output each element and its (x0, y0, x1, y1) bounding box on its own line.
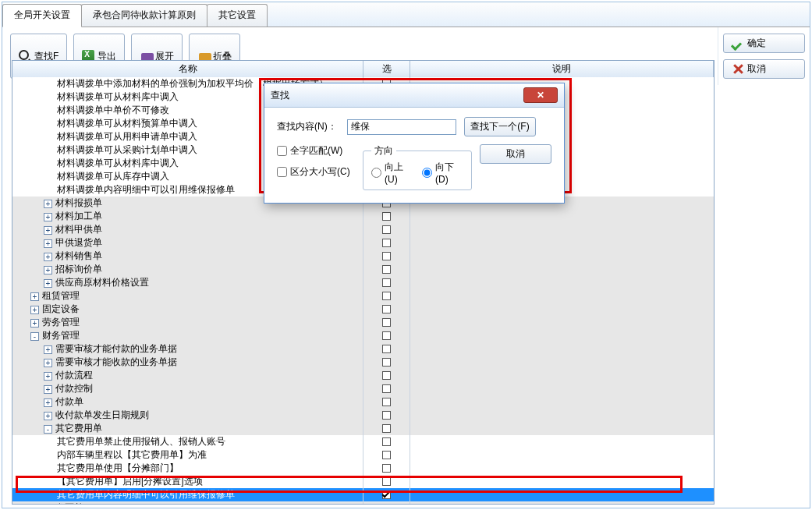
tree-toggle-icon[interactable]: + (44, 398, 52, 407)
row-checkbox[interactable] (382, 225, 391, 234)
ok-button[interactable]: 确定 (723, 34, 805, 53)
row-label: 需要审核才能收款的业务单据 (55, 356, 177, 367)
table-row[interactable]: +发票单 (12, 501, 714, 504)
table-row[interactable]: 其它费用单使用【分摊部门】 (12, 462, 714, 475)
row-checkbox[interactable] (382, 318, 391, 327)
table-row[interactable]: -其它费用单 (12, 422, 714, 435)
row-checkbox[interactable] (382, 437, 391, 446)
tree-toggle-icon[interactable]: + (44, 213, 52, 221)
table-row[interactable]: +付款单 (12, 395, 714, 409)
tree-toggle-icon[interactable]: + (44, 266, 52, 274)
row-checkbox[interactable] (382, 212, 391, 221)
row-label: 材料调拨单可从材料预算单中调入 (57, 118, 197, 129)
tab-contract-rule[interactable]: 承包合同待收款计算原则 (81, 4, 207, 27)
row-checkbox[interactable] (382, 239, 391, 247)
tree-toggle-icon[interactable]: + (30, 292, 39, 301)
table-row[interactable]: +甲供退货单 (12, 236, 714, 250)
row-label: 劳务管理 (42, 317, 80, 328)
row-label: 租赁管理 (42, 290, 80, 301)
tree-toggle-icon[interactable]: + (44, 253, 52, 261)
row-label: 招标询价单 (55, 264, 102, 274)
table-row[interactable]: +材料加工单 (12, 210, 714, 223)
row-label: 财务管理 (42, 330, 80, 341)
tree-toggle-icon[interactable]: + (44, 372, 52, 381)
row-label: 付款控制 (55, 383, 93, 394)
dir-down-radio[interactable]: 向下(D) (422, 161, 463, 185)
find-dialog: 查找 ✕ 查找内容(N)： 查找下一个(F) 全字匹配(W) 区分大小写(C) … (264, 83, 565, 204)
table-row[interactable]: 内部车辆里程以【其它费用单】为准 (12, 448, 714, 462)
col-desc: 说明 (410, 61, 714, 77)
row-label: 材料调拨单可从材料库中调入 (57, 91, 179, 102)
row-checkbox[interactable] (382, 358, 391, 367)
table-row[interactable]: +需要审核才能付款的业务单据 (12, 342, 714, 356)
row-checkbox[interactable] (382, 265, 391, 274)
table-row[interactable]: +材料销售单 (12, 250, 714, 263)
table-row[interactable]: 其它费用单内容明细中可以引用维保报修单 (12, 488, 714, 501)
row-checkbox[interactable] (382, 464, 391, 473)
dir-up-radio[interactable]: 向上(U) (371, 161, 413, 185)
tree-toggle-icon[interactable]: + (44, 345, 52, 354)
row-checkbox[interactable] (382, 411, 391, 420)
tree-toggle-icon[interactable]: + (44, 412, 52, 420)
row-checkbox[interactable] (382, 331, 391, 340)
dialog-title-text: 查找 (271, 89, 523, 102)
row-checkbox[interactable] (382, 398, 391, 406)
row-checkbox[interactable] (382, 384, 391, 393)
find-next-button[interactable]: 查找下一个(F) (464, 117, 536, 136)
row-checkbox[interactable] (382, 371, 391, 380)
table-row[interactable]: +劳务管理 (12, 316, 714, 329)
row-label: 【其它费用单】启用[分摊设置]选项 (57, 476, 203, 487)
table-row[interactable]: +租赁管理 (12, 289, 714, 303)
full-match-checkbox[interactable]: 全字匹配(W) (277, 144, 355, 158)
row-checkbox[interactable] (382, 252, 391, 260)
dialog-close-button[interactable]: ✕ (523, 87, 558, 103)
row-checkbox[interactable] (382, 278, 391, 287)
find-content-label: 查找内容(N)： (277, 120, 339, 133)
tree-toggle-icon[interactable]: + (44, 359, 52, 367)
grid-header: 名称 选 说明 (12, 61, 714, 78)
tree-toggle-icon[interactable]: + (30, 319, 39, 328)
tree-toggle-icon[interactable]: - (30, 332, 39, 341)
table-row[interactable]: 其它费用单禁止使用报销人、报销人账号 (12, 435, 714, 448)
row-label: 供应商原材料价格设置 (55, 277, 149, 288)
tree-toggle-icon[interactable]: + (44, 226, 52, 235)
row-label: 固定设备 (42, 303, 80, 314)
table-row[interactable]: 【其它费用单】启用[分摊设置]选项 (12, 475, 714, 488)
tree-toggle-icon[interactable]: + (44, 385, 52, 394)
tree-toggle-icon[interactable]: - (44, 425, 52, 434)
case-sensitive-checkbox[interactable]: 区分大小写(C) (277, 165, 355, 179)
table-row[interactable]: +固定设备 (12, 303, 714, 316)
row-checkbox[interactable] (382, 451, 391, 459)
tree-toggle-icon[interactable]: + (44, 239, 52, 248)
tab-other-settings[interactable]: 其它设置 (207, 4, 268, 27)
tree-toggle-icon[interactable]: + (44, 279, 52, 288)
table-row[interactable]: +供应商原材料价格设置 (12, 276, 714, 289)
row-label: 其它费用单禁止使用报销人、报销人账号 (57, 436, 225, 447)
row-label: 材料报损单 (55, 197, 102, 208)
tree-toggle-icon[interactable]: + (44, 200, 52, 208)
row-label: 其它费用单内容明细中可以引用维保报修单 (57, 489, 235, 500)
row-label: 材料调拨单可从用料申请单中调入 (57, 131, 197, 142)
tab-global-switch[interactable]: 全局开关设置 (2, 4, 82, 27)
row-label: 付款单 (55, 396, 83, 407)
table-row[interactable]: -财务管理 (12, 329, 714, 342)
row-checkbox[interactable] (382, 477, 391, 486)
find-content-input[interactable] (347, 119, 456, 135)
row-checkbox[interactable] (382, 292, 391, 300)
row-checkbox[interactable] (382, 424, 391, 433)
row-label: 材料调拨单可从库存中调入 (57, 171, 169, 182)
table-row[interactable]: +收付款单发生日期规则 (12, 409, 714, 422)
dialog-cancel-button[interactable]: 取消 (480, 144, 551, 164)
row-checkbox[interactable] (382, 305, 391, 313)
table-row[interactable]: +付款流程 (12, 369, 714, 382)
table-row[interactable]: +材料甲供单 (12, 223, 714, 236)
table-row[interactable]: +付款控制 (12, 382, 714, 395)
table-row[interactable]: +招标询价单 (12, 263, 714, 276)
tree-toggle-icon[interactable]: + (30, 306, 39, 314)
row-checkbox[interactable] (382, 491, 391, 499)
row-checkbox[interactable] (382, 345, 391, 353)
row-label: 材料加工单 (55, 211, 102, 221)
direction-legend: 方向 (371, 144, 396, 158)
dialog-titlebar[interactable]: 查找 ✕ (264, 83, 564, 108)
table-row[interactable]: +需要审核才能收款的业务单据 (12, 356, 714, 369)
